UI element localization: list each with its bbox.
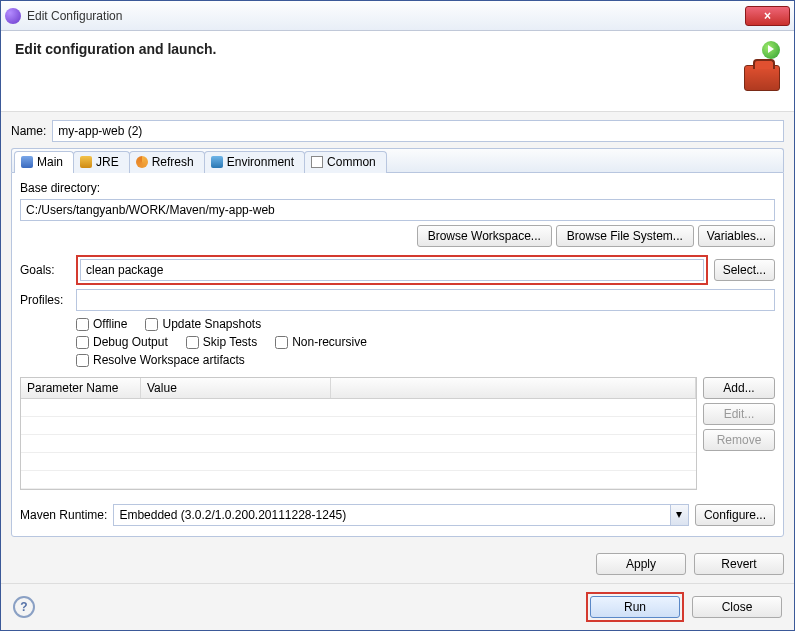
tab-main[interactable]: Main [14, 151, 74, 173]
table-header: Parameter Name Value [21, 378, 696, 399]
table-row[interactable] [21, 435, 696, 453]
run-button[interactable]: Run [590, 596, 680, 618]
dialog-footer: ? Run Close [1, 583, 794, 631]
table-row[interactable] [21, 417, 696, 435]
profiles-label: Profiles: [20, 293, 70, 307]
col-extra[interactable] [331, 378, 696, 398]
tab-bar: Main JRE Refresh Environment Common [11, 148, 784, 172]
table-buttons: Add... Edit... Remove [703, 377, 775, 490]
tab-jre-label: JRE [96, 155, 119, 169]
apply-button[interactable]: Apply [596, 553, 686, 575]
tab-common-label: Common [327, 155, 376, 169]
content-area: Name: Main JRE Refresh Environment Commo… [1, 112, 794, 543]
debug-output-checkbox[interactable]: Debug Output [76, 335, 168, 349]
common-icon [311, 156, 323, 168]
resolve-workspace-checkbox[interactable]: Resolve Workspace artifacts [76, 353, 245, 367]
name-row: Name: [11, 120, 784, 142]
tab-common[interactable]: Common [304, 151, 387, 173]
goals-input[interactable] [80, 259, 704, 281]
browse-filesystem-button[interactable]: Browse File System... [556, 225, 694, 247]
parameters-table[interactable]: Parameter Name Value [20, 377, 697, 490]
variables-button[interactable]: Variables... [698, 225, 775, 247]
goals-highlight [76, 255, 708, 285]
remove-button[interactable]: Remove [703, 429, 775, 451]
col-value[interactable]: Value [141, 378, 331, 398]
refresh-icon [136, 156, 148, 168]
name-label: Name: [11, 124, 46, 138]
profiles-row: Profiles: [20, 289, 775, 311]
configure-button[interactable]: Configure... [695, 504, 775, 526]
toolbox-icon [744, 65, 780, 91]
update-snapshots-checkbox[interactable]: Update Snapshots [145, 317, 261, 331]
table-row[interactable] [21, 453, 696, 471]
parameters-section: Parameter Name Value Add... Edit... Remo… [20, 377, 775, 490]
browse-workspace-button[interactable]: Browse Workspace... [417, 225, 552, 247]
table-row[interactable] [21, 399, 696, 417]
edit-button[interactable]: Edit... [703, 403, 775, 425]
close-button[interactable]: Close [692, 596, 782, 618]
profiles-input[interactable] [76, 289, 775, 311]
app-icon [5, 8, 21, 24]
maven-runtime-value: Embedded (3.0.2/1.0.200.20111228-1245) [114, 505, 670, 525]
tab-main-label: Main [37, 155, 63, 169]
title-bar: Edit Configuration × [1, 1, 794, 31]
dialog-title: Edit configuration and launch. [15, 41, 744, 57]
revert-button[interactable]: Revert [694, 553, 784, 575]
main-panel: Base directory: Browse Workspace... Brow… [11, 172, 784, 537]
base-dir-label: Base directory: [20, 181, 100, 195]
tab-refresh[interactable]: Refresh [129, 151, 205, 173]
table-body [21, 399, 696, 489]
window-title: Edit Configuration [27, 9, 745, 23]
name-input[interactable] [52, 120, 784, 142]
add-button[interactable]: Add... [703, 377, 775, 399]
skip-tests-checkbox[interactable]: Skip Tests [186, 335, 257, 349]
environment-icon [211, 156, 223, 168]
apply-revert-row: Apply Revert [1, 543, 794, 583]
goals-row: Goals: Select... [20, 255, 775, 285]
tab-env-label: Environment [227, 155, 294, 169]
help-button[interactable]: ? [13, 596, 35, 618]
tab-environment[interactable]: Environment [204, 151, 305, 173]
chevron-down-icon: ▾ [670, 505, 688, 525]
goals-label: Goals: [20, 263, 70, 277]
maven-runtime-row: Maven Runtime: Embedded (3.0.2/1.0.200.2… [20, 504, 775, 526]
header-icons [744, 41, 780, 91]
dialog-header: Edit configuration and launch. [1, 31, 794, 112]
maven-runtime-combo[interactable]: Embedded (3.0.2/1.0.200.20111228-1245) ▾ [113, 504, 689, 526]
base-dir-input[interactable] [20, 199, 775, 221]
tab-refresh-label: Refresh [152, 155, 194, 169]
maven-runtime-label: Maven Runtime: [20, 508, 107, 522]
checkbox-area: Offline Update Snapshots Debug Output Sk… [20, 315, 775, 377]
base-dir-buttons: Browse Workspace... Browse File System..… [20, 225, 775, 247]
jre-icon [80, 156, 92, 168]
tab-jre[interactable]: JRE [73, 151, 130, 173]
select-button[interactable]: Select... [714, 259, 775, 281]
offline-checkbox[interactable]: Offline [76, 317, 127, 331]
main-icon [21, 156, 33, 168]
non-recursive-checkbox[interactable]: Non-recursive [275, 335, 367, 349]
col-parameter-name[interactable]: Parameter Name [21, 378, 141, 398]
table-row[interactable] [21, 471, 696, 489]
run-icon [762, 41, 780, 59]
run-highlight: Run [586, 592, 684, 622]
window-close-button[interactable]: × [745, 6, 790, 26]
